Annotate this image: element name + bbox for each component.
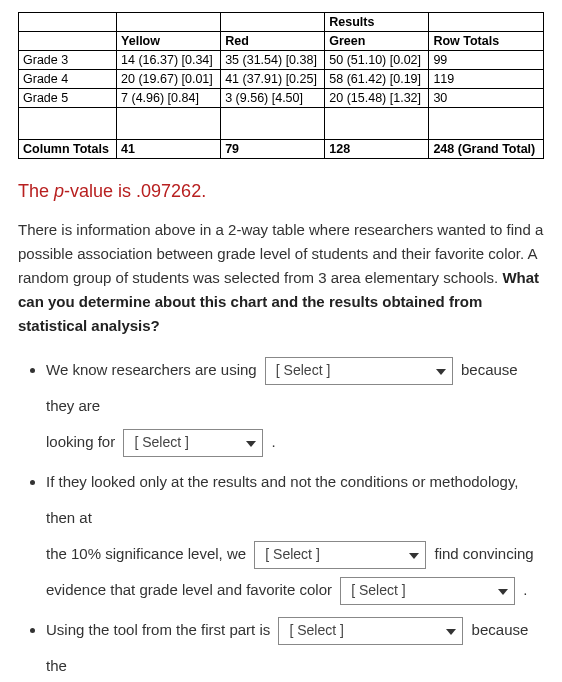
- col-row-totals: Row Totals: [429, 32, 544, 51]
- chevron-down-icon: [409, 553, 419, 559]
- select-appropriateness[interactable]: [ Select ]: [278, 617, 463, 645]
- chevron-down-icon: [446, 629, 456, 635]
- question-item-3: Using the tool from the first part is [ …: [46, 612, 544, 682]
- chevron-down-icon: [246, 441, 256, 447]
- intro-paragraph: There is information above in a 2-way ta…: [18, 218, 544, 338]
- select-looking-for[interactable]: [ Select ]: [123, 429, 263, 457]
- contingency-table: Results Yellow Red Green Row Totals Grad…: [18, 12, 544, 159]
- table-row: Grade 5 7 (4.96) [0.84] 3 (9.56) [4.50] …: [19, 89, 544, 108]
- select-decision[interactable]: [ Select ]: [254, 541, 426, 569]
- column-totals-row: Column Totals 41 79 128 248 (Grand Total…: [19, 140, 544, 159]
- column-header-row: Yellow Red Green Row Totals: [19, 32, 544, 51]
- select-relationship[interactable]: [ Select ]: [340, 577, 515, 605]
- question-item-1: We know researchers are using [ Select ]…: [46, 352, 544, 460]
- p-value-statement: The p-value is .097262.: [18, 181, 544, 202]
- question-item-2: If they looked only at the results and n…: [46, 464, 544, 608]
- table-row: Grade 3 14 (16.37) [0.34] 35 (31.54) [0.…: [19, 51, 544, 70]
- chevron-down-icon: [436, 369, 446, 375]
- table-row: Grade 4 20 (19.67) [0.01] 41 (37.91) [0.…: [19, 70, 544, 89]
- results-header: Results: [325, 13, 429, 32]
- select-test-type[interactable]: [ Select ]: [265, 357, 453, 385]
- col-green: Green: [325, 32, 429, 51]
- col-red: Red: [221, 32, 325, 51]
- col-yellow: Yellow: [117, 32, 221, 51]
- chevron-down-icon: [498, 589, 508, 595]
